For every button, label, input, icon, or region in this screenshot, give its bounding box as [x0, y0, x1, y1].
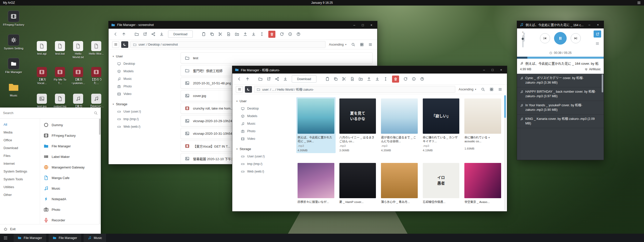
sidebar-item[interactable]: Music — [109, 75, 176, 83]
up-button[interactable] — [244, 76, 251, 82]
app-item[interactable]: File Manager — [40, 141, 101, 151]
scrollbar-thumb[interactable] — [504, 95, 506, 118]
file-tile[interactable]: 四季折々に揺蕩いなが... — [296, 162, 336, 205]
open-button[interactable] — [257, 76, 264, 82]
sidebar-item[interactable]: Photo — [232, 127, 295, 135]
delete-button[interactable] — [392, 76, 399, 83]
scrollbar[interactable] — [504, 95, 506, 210]
sidebar-item[interactable]: User (user:/) — [109, 108, 176, 115]
taskbar-task[interactable]: File Manager — [49, 234, 81, 242]
copy-button[interactable] — [209, 31, 215, 38]
import-button[interactable] — [250, 31, 257, 38]
scrollbar-thumb[interactable] — [99, 119, 101, 135]
desktop-file-icon[interactable]: 【恋のうた... — [88, 67, 105, 85]
sidebar-item[interactable]: Models — [109, 67, 176, 75]
minimize-button[interactable]: – — [351, 23, 358, 27]
file-tile[interactable]: 薄ら氷心中 _ 青み月... — [380, 162, 419, 205]
cut-button[interactable] — [217, 31, 224, 38]
share-button[interactable] — [150, 31, 157, 38]
category-item[interactable]: Other — [0, 191, 40, 199]
menu-icon[interactable] — [637, 1, 641, 5]
airmusic-badge[interactable]: AirMusic — [585, 67, 601, 71]
new-file-button[interactable] — [225, 31, 232, 38]
scrollbar[interactable] — [99, 119, 101, 224]
app-item[interactable]: Label Maker — [40, 151, 101, 162]
sidebar-item[interactable]: tmp (tmp:/) — [232, 160, 295, 168]
maximize-button[interactable]: □ — [360, 23, 366, 27]
sidebar-item[interactable]: Models — [232, 112, 295, 120]
help-button[interactable] — [419, 76, 426, 82]
app-item[interactable]: NotepadA — [40, 194, 101, 204]
desktop-file-icon[interactable]: 【東方~yukimin... — [70, 67, 86, 85]
share-button[interactable] — [274, 76, 280, 82]
category-item[interactable]: Media — [0, 128, 40, 136]
app-item[interactable]: Management Gateway — [40, 162, 101, 172]
category-item[interactable]: Download — [0, 144, 40, 152]
paste-button[interactable] — [200, 31, 207, 38]
app-item[interactable]: Music — [40, 183, 101, 194]
desktop-icon[interactable]: File Manager — [2, 58, 25, 74]
titlebar[interactable]: 例えば、今此処に置かれた花に _ 164 c... – × — [517, 21, 604, 28]
file-tile[interactable]: 君が夜の海に還るまで _ こんにちは谷田... .mp3 4.35MB — [380, 97, 419, 153]
open-external-button[interactable] — [265, 76, 272, 82]
sidebar-section-storage[interactable]: ▾Storage — [109, 100, 176, 108]
app-item[interactable]: Dummy — [40, 120, 101, 130]
minimize-button[interactable]: – — [586, 23, 593, 27]
new-folder-button[interactable] — [234, 31, 240, 38]
playlist-item[interactable]: HAPPY BIRTHDAY _ back number cover. by 柘… — [517, 87, 604, 101]
sidebar-item[interactable]: User (user:/) — [232, 153, 295, 160]
category-item[interactable]: Files — [0, 152, 40, 160]
desktop-file-icon[interactable]: test.bat — [52, 41, 68, 59]
file-tile[interactable]: 世空東京 _ Avaso... — [463, 162, 502, 205]
taskbar-task[interactable]: Music — [84, 234, 106, 242]
app-launcher-button[interactable] — [0, 234, 11, 242]
desktop-icon[interactable]: Music — [2, 81, 25, 97]
help-button[interactable] — [295, 31, 302, 38]
sidebar-item[interactable]: Video — [109, 90, 176, 98]
sidebar-item[interactable]: Web (web:/) — [109, 123, 176, 130]
scrollbar-thumb[interactable] — [602, 74, 603, 92]
close-button[interactable]: × — [368, 23, 375, 27]
desktop-file-icon[interactable]: 【東方Vocal... — [34, 67, 50, 85]
maximize-button[interactable]: □ — [489, 68, 496, 72]
desktop-file-icon[interactable]: test.agi — [34, 41, 50, 59]
sidebar-item[interactable]: Photo — [109, 83, 176, 90]
playlist-menu-button[interactable] — [594, 41, 601, 47]
upload-button[interactable] — [366, 76, 372, 82]
desktop-icon[interactable]: System Setting — [2, 34, 25, 50]
breadcrumb[interactable]: user: / Desktop / screenshot — [130, 41, 326, 48]
list-view-button[interactable] — [367, 41, 374, 48]
sidebar-item[interactable]: Desktop — [232, 105, 295, 112]
file-tile[interactable]: 例えば、今此処に置かれた花に _ 164... .mp3 4.99MB — [296, 97, 336, 153]
category-item[interactable]: Internet — [0, 160, 40, 167]
open-button[interactable] — [133, 31, 140, 38]
breadcrumb[interactable]: user: / ... / Hello World / 柘榴-zakuro- — [254, 86, 455, 93]
upload-button[interactable] — [242, 31, 249, 38]
delete-button[interactable] — [268, 31, 275, 38]
grid-view-button[interactable] — [359, 41, 365, 48]
refresh-button[interactable] — [278, 31, 285, 38]
download-button[interactable]: Download — [292, 75, 316, 83]
import-button[interactable] — [374, 76, 381, 82]
playlist-item[interactable]: KING _ Kanaria cover. by 柘榴-zakuro-.mp3 … — [517, 115, 604, 128]
file-tile[interactable]: 憂 _ HamP cover... — [338, 162, 377, 205]
titlebar[interactable]: File Manager - 柘榴-zakuro- – □ × — [232, 66, 507, 74]
info-button[interactable] — [287, 31, 294, 38]
sidebar-section-storage[interactable]: ▾Storage — [232, 145, 295, 153]
back-button[interactable] — [112, 31, 119, 38]
previous-button[interactable] — [540, 33, 550, 43]
new-folder-button[interactable] — [357, 76, 364, 82]
desktop-file-icon[interactable]: Hello Wor... — [88, 41, 105, 59]
search-button[interactable] — [480, 86, 486, 93]
dark-mode-button[interactable] — [245, 86, 252, 93]
category-item[interactable]: Utilities — [0, 183, 40, 191]
playlist-item[interactable]: In Your Hands _ yusukeP cover. by 柘榴-zak… — [517, 101, 604, 115]
download-button[interactable]: Download — [168, 30, 193, 38]
search-input[interactable] — [3, 111, 92, 115]
app-item[interactable]: Recorder — [40, 215, 101, 224]
category-item[interactable]: System Tools — [0, 175, 40, 183]
sidebar-section-user[interactable]: ▾User — [109, 52, 176, 60]
sort-dropdown[interactable]: Ascending▾ — [329, 43, 346, 46]
list-view-button[interactable] — [497, 86, 503, 93]
copy-button[interactable] — [332, 76, 339, 82]
